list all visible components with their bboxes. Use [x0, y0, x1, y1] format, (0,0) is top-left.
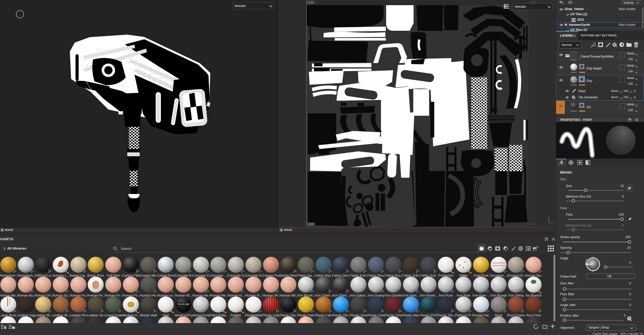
svg-text:v: v: [548, 215, 549, 217]
svg-text:1: 1: [570, 1, 571, 4]
svg-text:u: u: [554, 222, 555, 224]
